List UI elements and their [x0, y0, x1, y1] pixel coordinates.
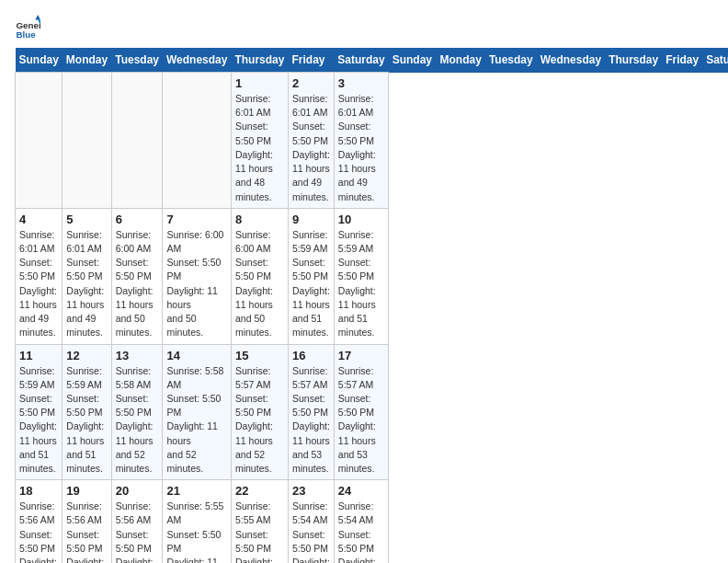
day-info: Sunrise: 5:57 AM Sunset: 5:50 PM Dayligh… — [292, 364, 330, 477]
calendar-cell: 22Sunrise: 5:55 AM Sunset: 5:50 PM Dayli… — [231, 480, 288, 563]
day-number: 6 — [116, 213, 159, 226]
col-header-saturday: Saturday — [334, 48, 388, 73]
day-info: Sunrise: 5:57 AM Sunset: 5:50 PM Dayligh… — [338, 364, 384, 477]
calendar-cell: 3Sunrise: 6:01 AM Sunset: 5:50 PM Daylig… — [334, 73, 388, 209]
day-number: 21 — [166, 484, 226, 498]
calendar-cell: 4Sunrise: 6:01 AM Sunset: 5:50 PM Daylig… — [16, 208, 63, 344]
day-number: 22 — [235, 484, 284, 498]
day-number: 1 — [235, 76, 284, 90]
calendar-cell: 18Sunrise: 5:56 AM Sunset: 5:50 PM Dayli… — [16, 480, 63, 563]
day-number: 23 — [292, 484, 330, 498]
day-info: Sunrise: 6:00 AM Sunset: 5:50 PM Dayligh… — [235, 228, 284, 340]
calendar-cell: 6Sunrise: 6:00 AM Sunset: 5:50 PM Daylig… — [111, 208, 163, 344]
calendar-cell: 16Sunrise: 5:57 AM Sunset: 5:50 PM Dayli… — [288, 344, 334, 480]
day-info: Sunrise: 5:58 AM Sunset: 5:50 PM Dayligh… — [116, 364, 159, 477]
day-info: Sunrise: 6:01 AM Sunset: 5:50 PM Dayligh… — [19, 228, 58, 340]
col-header-sunday: Sunday — [16, 48, 63, 73]
calendar-cell: 13Sunrise: 5:58 AM Sunset: 5:50 PM Dayli… — [111, 344, 163, 480]
day-number: 15 — [235, 349, 284, 362]
day-info: Sunrise: 5:59 AM Sunset: 5:50 PM Dayligh… — [292, 228, 330, 340]
calendar-cell — [111, 73, 163, 209]
day-info: Sunrise: 5:55 AM Sunset: 5:50 PM Dayligh… — [235, 500, 284, 563]
calendar-week-1: 1Sunrise: 6:01 AM Sunset: 5:50 PM Daylig… — [16, 73, 729, 209]
calendar-cell — [163, 73, 231, 209]
col-header-sunday: Sunday — [389, 48, 437, 73]
day-number: 14 — [166, 349, 226, 362]
calendar-cell: 15Sunrise: 5:57 AM Sunset: 5:50 PM Dayli… — [231, 344, 288, 480]
col-header-tuesday: Tuesday — [111, 48, 163, 73]
col-header-thursday: Thursday — [231, 48, 288, 73]
day-number: 10 — [338, 213, 384, 226]
day-info: Sunrise: 5:56 AM Sunset: 5:50 PM Dayligh… — [19, 500, 58, 563]
day-info: Sunrise: 6:01 AM Sunset: 5:50 PM Dayligh… — [235, 92, 284, 204]
calendar-cell: 10Sunrise: 5:59 AM Sunset: 5:50 PM Dayli… — [334, 208, 388, 344]
day-number: 24 — [338, 484, 384, 498]
calendar-cell: 11Sunrise: 5:59 AM Sunset: 5:50 PM Dayli… — [16, 344, 63, 480]
day-number: 17 — [338, 349, 384, 362]
calendar-cell — [63, 73, 111, 209]
day-info: Sunrise: 6:01 AM Sunset: 5:50 PM Dayligh… — [292, 92, 330, 204]
calendar-cell: 5Sunrise: 6:01 AM Sunset: 5:50 PM Daylig… — [63, 208, 111, 344]
calendar-table: SundayMondayTuesdayWednesdayThursdayFrid… — [15, 48, 728, 563]
calendar-week-4: 18Sunrise: 5:56 AM Sunset: 5:50 PM Dayli… — [16, 480, 729, 563]
calendar-cell: 1Sunrise: 6:01 AM Sunset: 5:50 PM Daylig… — [231, 73, 288, 209]
calendar-cell: 21Sunrise: 5:55 AM Sunset: 5:50 PM Dayli… — [163, 480, 231, 563]
day-info: Sunrise: 5:57 AM Sunset: 5:50 PM Dayligh… — [235, 364, 284, 477]
day-number: 3 — [338, 76, 384, 90]
day-info: Sunrise: 6:00 AM Sunset: 5:50 PM Dayligh… — [166, 228, 226, 340]
day-info: Sunrise: 5:54 AM Sunset: 5:50 PM Dayligh… — [338, 500, 384, 563]
page-header: General Blue — [15, 15, 713, 40]
calendar-cell — [16, 73, 63, 209]
day-info: Sunrise: 5:59 AM Sunset: 5:50 PM Dayligh… — [66, 364, 107, 477]
calendar-cell: 7Sunrise: 6:00 AM Sunset: 5:50 PM Daylig… — [163, 208, 231, 344]
calendar-header-row: SundayMondayTuesdayWednesdayThursdayFrid… — [16, 48, 729, 73]
calendar-cell: 2Sunrise: 6:01 AM Sunset: 5:50 PM Daylig… — [288, 73, 334, 209]
calendar-week-3: 11Sunrise: 5:59 AM Sunset: 5:50 PM Dayli… — [16, 344, 729, 480]
day-info: Sunrise: 5:59 AM Sunset: 5:50 PM Dayligh… — [19, 364, 58, 477]
day-number: 18 — [19, 484, 58, 498]
day-info: Sunrise: 5:56 AM Sunset: 5:50 PM Dayligh… — [116, 500, 159, 563]
calendar-cell: 9Sunrise: 5:59 AM Sunset: 5:50 PM Daylig… — [288, 208, 334, 344]
day-info: Sunrise: 6:00 AM Sunset: 5:50 PM Dayligh… — [116, 228, 159, 340]
calendar-cell: 19Sunrise: 5:56 AM Sunset: 5:50 PM Dayli… — [63, 480, 111, 563]
day-number: 5 — [66, 213, 107, 226]
day-number: 12 — [66, 349, 107, 362]
calendar-week-2: 4Sunrise: 6:01 AM Sunset: 5:50 PM Daylig… — [16, 208, 729, 344]
calendar-cell: 12Sunrise: 5:59 AM Sunset: 5:50 PM Dayli… — [63, 344, 111, 480]
col-header-wednesday: Wednesday — [537, 48, 605, 73]
day-number: 9 — [292, 213, 330, 226]
col-header-friday: Friday — [662, 48, 702, 73]
col-header-saturday: Saturday — [702, 48, 728, 73]
col-header-thursday: Thursday — [605, 48, 662, 73]
day-info: Sunrise: 5:54 AM Sunset: 5:50 PM Dayligh… — [292, 500, 330, 563]
col-header-friday: Friday — [288, 48, 334, 73]
day-number: 7 — [166, 213, 226, 226]
day-info: Sunrise: 5:59 AM Sunset: 5:50 PM Dayligh… — [338, 228, 384, 340]
calendar-cell: 8Sunrise: 6:00 AM Sunset: 5:50 PM Daylig… — [231, 208, 288, 344]
calendar-cell: 23Sunrise: 5:54 AM Sunset: 5:50 PM Dayli… — [288, 480, 334, 563]
calendar-cell: 14Sunrise: 5:58 AM Sunset: 5:50 PM Dayli… — [163, 344, 231, 480]
day-info: Sunrise: 6:01 AM Sunset: 5:50 PM Dayligh… — [66, 228, 107, 340]
logo-icon: General Blue — [15, 15, 40, 40]
day-number: 4 — [19, 213, 58, 226]
svg-marker-2 — [35, 15, 40, 20]
col-header-monday: Monday — [63, 48, 111, 73]
col-header-tuesday: Tuesday — [485, 48, 537, 73]
svg-text:Blue: Blue — [16, 29, 36, 40]
day-number: 8 — [235, 213, 284, 226]
day-number: 2 — [292, 76, 330, 90]
day-number: 11 — [19, 349, 58, 362]
calendar-cell: 24Sunrise: 5:54 AM Sunset: 5:50 PM Dayli… — [334, 480, 388, 563]
day-number: 13 — [116, 349, 159, 362]
day-number: 16 — [292, 349, 330, 362]
col-header-monday: Monday — [437, 48, 485, 73]
day-info: Sunrise: 5:56 AM Sunset: 5:50 PM Dayligh… — [66, 500, 107, 563]
logo: General Blue — [15, 15, 40, 40]
calendar-cell: 20Sunrise: 5:56 AM Sunset: 5:50 PM Dayli… — [111, 480, 163, 563]
col-header-wednesday: Wednesday — [163, 48, 231, 73]
day-info: Sunrise: 6:01 AM Sunset: 5:50 PM Dayligh… — [338, 92, 384, 204]
day-number: 20 — [116, 484, 159, 498]
day-number: 19 — [66, 484, 107, 498]
calendar-cell: 17Sunrise: 5:57 AM Sunset: 5:50 PM Dayli… — [334, 344, 388, 480]
day-info: Sunrise: 5:58 AM Sunset: 5:50 PM Dayligh… — [166, 364, 226, 477]
